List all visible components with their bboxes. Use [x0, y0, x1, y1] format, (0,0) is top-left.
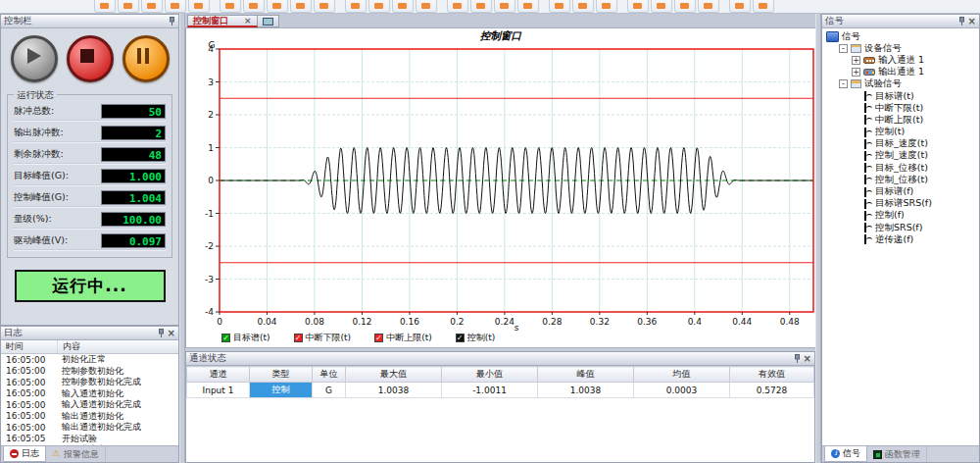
tree-item-wave[interactable]: 中断下限(t) [822, 102, 979, 114]
tree-item-wave[interactable]: 控制_速度(t) [822, 150, 979, 162]
app-window: 控制栏 运行状态 脉冲总数:50输出脉冲数:2剩余脉冲数:48目标峰值(G):1… [0, 0, 980, 463]
log-time: 16:05:00 [1, 411, 57, 421]
tree-item-wave[interactable]: 目标_速度(t) [822, 138, 979, 150]
tree-item-wave[interactable]: 控制_位移(t) [822, 174, 979, 185]
pause-button[interactable] [122, 35, 170, 82]
tree-item-folder[interactable]: -试验信号 [822, 78, 979, 90]
tab-log-alarm-icon[interactable]: 报警信息 [46, 446, 106, 462]
toolbar-button[interactable] [447, 0, 468, 13]
tab-signal-function-icon[interactable]: 函数管理 [867, 446, 927, 462]
legend-checkbox[interactable]: ✓ [294, 334, 303, 342]
wave-icon [863, 163, 872, 173]
toolbar-button[interactable] [314, 0, 335, 13]
status-field: 控制峰值(G):1.004 [14, 189, 166, 207]
tab-new-window[interactable] [258, 15, 279, 27]
toolbar-button[interactable] [651, 0, 672, 13]
toolbar-button[interactable] [141, 0, 163, 13]
toolbar-button[interactable] [290, 0, 312, 13]
tree-expander[interactable]: + [852, 56, 860, 65]
toolbar-button[interactable] [572, 0, 594, 13]
play-button[interactable] [11, 35, 58, 82]
toolbar-button[interactable] [729, 0, 751, 13]
tree-item-wave[interactable]: 目标谱(f) [822, 185, 979, 197]
toolbar-button[interactable] [345, 0, 367, 13]
log-time: 16:05:00 [1, 378, 57, 387]
svg-text:s: s [514, 323, 519, 332]
toolbar-button[interactable] [753, 0, 774, 13]
toolbar-button[interactable] [118, 0, 139, 13]
wave-icon [863, 175, 872, 184]
pin-icon[interactable] [958, 17, 965, 26]
legend-item[interactable]: ✓中断下限(t) [294, 332, 352, 344]
close-icon[interactable]: × [804, 354, 811, 363]
tab-close-icon[interactable]: × [244, 16, 252, 26]
toolbar-button[interactable] [470, 0, 492, 13]
legend-checkbox[interactable]: ✓ [374, 334, 383, 342]
tab-log-log-icon[interactable]: 日志 [3, 446, 46, 462]
tree-expander[interactable]: + [852, 68, 860, 77]
tree-item-folder[interactable]: -设备信号 [822, 42, 979, 54]
toolbar-button[interactable] [220, 0, 241, 13]
log-time: 16:05:00 [1, 423, 57, 433]
tree-expander[interactable]: - [839, 44, 848, 53]
toolbar-button[interactable] [188, 0, 210, 13]
toolbar-button[interactable] [517, 0, 539, 13]
tree-item-wave[interactable]: 控制SRS(f) [822, 222, 979, 233]
signal-panel-header: 信号 × [822, 15, 979, 28]
channel-column-header: 峰值 [538, 367, 634, 383]
tree-item-label: 目标谱SRS(f) [875, 197, 932, 210]
legend-item[interactable]: ✓中断上限(t) [374, 332, 432, 344]
close-icon[interactable]: × [168, 329, 175, 337]
signal-root-icon [826, 31, 839, 42]
stop-button[interactable] [67, 35, 114, 82]
toolbar-button[interactable] [267, 0, 288, 13]
toolbar-button[interactable] [674, 0, 696, 13]
svg-text:0.36: 0.36 [637, 317, 657, 327]
legend-checkbox[interactable]: ✓ [221, 334, 230, 342]
tree-item-signal-root[interactable]: 信号 [822, 30, 979, 42]
signal-panel: 信号 × 信号-设备信号+输入通道 1+输出通道 1-试验信号目标谱(t)中断下… [821, 14, 980, 463]
tree-expander[interactable]: - [839, 79, 848, 88]
toolbar-button[interactable] [392, 0, 414, 13]
tree-item-wave[interactable]: 控制(t) [822, 127, 979, 138]
close-icon[interactable]: × [968, 17, 976, 26]
wave-icon [863, 151, 872, 161]
toolbar-button[interactable] [165, 0, 186, 13]
tree-item-wave[interactable]: 目标谱SRS(f) [822, 198, 979, 210]
toolbar-button[interactable] [243, 0, 265, 13]
control-bar-title: 控制栏 [4, 15, 32, 27]
toolbar-button[interactable] [94, 0, 116, 13]
pin-icon[interactable] [794, 354, 801, 363]
svg-text:0.16: 0.16 [400, 317, 419, 327]
table-row[interactable]: Input 1控制G1.0038-1.00111.00380.00030.572… [187, 383, 814, 398]
channel-cell: Input 1 [187, 383, 250, 398]
svg-text:0.08: 0.08 [305, 317, 324, 327]
toolbar-button[interactable] [549, 0, 570, 13]
legend-checkbox[interactable]: ✓ [456, 334, 465, 342]
legend-item[interactable]: ✓目标谱(t) [221, 332, 270, 344]
tree-item-label: 目标_速度(t) [875, 137, 928, 150]
tree-item-channel-in[interactable]: +输入通道 1 [822, 54, 979, 66]
tree-item-wave[interactable]: 中断上限(t) [822, 114, 979, 126]
toolbar-button[interactable] [627, 0, 649, 13]
tree-item-wave[interactable]: 目标_位移(t) [822, 162, 979, 174]
toolbar-button[interactable] [368, 0, 390, 13]
tree-item-wave[interactable]: 目标谱(t) [822, 90, 979, 102]
tree-item-wave[interactable]: 控制(f) [822, 210, 979, 222]
legend-item[interactable]: ✓控制(t) [456, 332, 496, 344]
tab-label: 信号 [843, 447, 860, 460]
toolbar-button[interactable] [494, 0, 515, 13]
tab-signal-info-icon[interactable]: 信号 [824, 446, 867, 462]
toolbar-button[interactable] [416, 0, 437, 13]
channel-column-header: 均值 [634, 367, 730, 383]
pin-icon[interactable] [169, 17, 175, 26]
toolbar-button[interactable] [698, 0, 719, 13]
tree-item-label: 信号 [842, 30, 860, 43]
tab-control-window[interactable]: 控制窗口 × [187, 15, 258, 27]
control-bar-panel: 控制栏 运行状态 脉冲总数:50输出脉冲数:2剩余脉冲数:48目标峰值(G):1… [0, 14, 179, 326]
pin-icon[interactable] [158, 329, 165, 337]
tree-item-wave[interactable]: 逆传递(f) [822, 233, 979, 245]
tree-item-channel-out[interactable]: +输出通道 1 [822, 67, 979, 78]
status-field-value: 2 [101, 126, 166, 140]
toolbar-button[interactable] [596, 0, 617, 13]
